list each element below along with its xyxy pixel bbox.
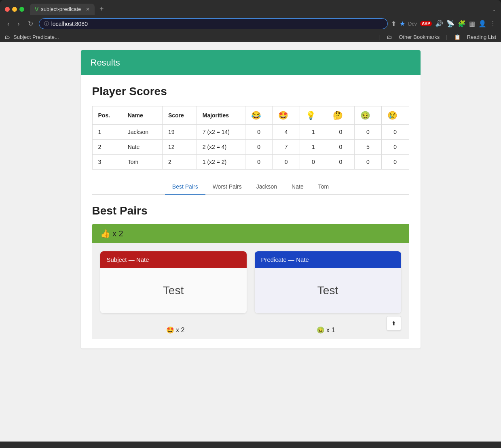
tab-bar: V subject-predicate ✕ + ⌄ xyxy=(0,0,501,15)
cell-9: 0 xyxy=(382,155,409,170)
best-pairs-section: Best Pairs 👍 x 2 Subject — Nate Test Pre… xyxy=(92,204,409,339)
reaction-right-count: x 1 xyxy=(326,327,335,333)
cell-1: Nate xyxy=(122,140,162,155)
close-button[interactable] xyxy=(5,7,10,12)
reaction-row: 🤩 x 2 🤢 x 1 xyxy=(92,321,409,339)
bookmark-star-icon[interactable]: ★ xyxy=(400,20,405,28)
profile-icon[interactable]: 👤 xyxy=(478,20,486,28)
cell-6: 0 xyxy=(300,155,327,170)
subject-card: Subject — Nate Test xyxy=(100,251,247,313)
dev-badge: Dev xyxy=(408,21,417,27)
tab-best-pairs[interactable]: Best Pairs xyxy=(165,179,205,195)
tab-title: subject-predicate xyxy=(41,6,81,12)
extensions-icon[interactable]: 🧩 xyxy=(458,20,466,28)
main-card: Results Player Scores Pos. Name Score Ma… xyxy=(81,50,421,348)
tab-tom[interactable]: Tom xyxy=(311,179,336,195)
bookmarks-separator2: | xyxy=(446,34,447,40)
other-bookmarks-link[interactable]: Other Bookmarks xyxy=(399,34,440,40)
extension2-icon[interactable]: 📡 xyxy=(446,20,454,28)
bookmarks-bar: 🗁 Subject Predicate... | 🗁 Other Bookmar… xyxy=(0,32,501,42)
maximize-button[interactable] xyxy=(19,7,24,12)
cell-9: 0 xyxy=(382,125,409,140)
extension1-icon[interactable]: 🔊 xyxy=(435,20,443,28)
cell-7: 0 xyxy=(327,125,354,140)
cell-3: 7 (x2 = 14) xyxy=(197,125,245,140)
predicate-card-header: Predicate — Nate xyxy=(255,251,401,268)
new-tab-button[interactable]: + xyxy=(96,3,107,15)
nav-icons: ⬆ ★ Dev ABP 🔊 📡 🧩 ▦ 👤 ⋮ xyxy=(391,20,496,28)
subject-card-body: Test xyxy=(100,268,247,313)
cell-0: 1 xyxy=(92,125,122,140)
back-button[interactable]: ‹ xyxy=(5,19,12,28)
share-icon: ⬆ xyxy=(391,320,396,327)
traffic-lights xyxy=(5,7,24,12)
thumbs-count: x 2 xyxy=(112,229,123,238)
forward-button[interactable]: › xyxy=(15,19,22,28)
cell-1: Tom xyxy=(122,155,162,170)
cell-2: 2 xyxy=(162,155,197,170)
cell-3: 1 (x2 = 2) xyxy=(197,155,245,170)
cell-0: 2 xyxy=(92,140,122,155)
col-name: Name xyxy=(122,106,162,125)
reload-button[interactable]: ↻ xyxy=(25,19,36,28)
cell-5: 4 xyxy=(273,125,300,140)
reaction-right: 🤢 x 1 xyxy=(317,326,335,334)
cell-8: 0 xyxy=(354,155,381,170)
bookmarks-separator: | xyxy=(379,34,381,40)
browser-window: V subject-predicate ✕ + ⌄ ‹ › ↻ ⓘ localh… xyxy=(0,0,501,448)
active-tab[interactable]: V subject-predicate ✕ xyxy=(30,4,95,15)
nav-bar: ‹ › ↻ ⓘ localhost:8080 ⬆ ★ Dev ABP 🔊 📡 🧩… xyxy=(0,15,501,32)
tab-chevron-icon[interactable]: ⌄ xyxy=(492,6,496,12)
pairs-cards-area: Subject — Nate Test Predicate — Nate Tes… xyxy=(92,243,409,321)
minimize-button[interactable] xyxy=(12,7,17,12)
cell-6: 1 xyxy=(300,140,327,155)
predicate-card: Predicate — Nate Test xyxy=(255,251,401,313)
col-emoji1: 😂 xyxy=(245,106,272,125)
address-bar[interactable]: ⓘ localhost:8080 xyxy=(39,18,388,29)
table-row: 1Jackson197 (x2 = 14)041000 xyxy=(92,125,409,140)
tabs-row: Best Pairs Worst Pairs Jackson Nate Tom xyxy=(92,179,409,195)
share-button[interactable]: ⬆ xyxy=(387,316,401,331)
cell-7: 0 xyxy=(327,155,354,170)
cell-0: 3 xyxy=(92,155,122,170)
menu-icon[interactable]: ⋮ xyxy=(490,20,496,28)
bookmarks-folder-icon: 🗁 xyxy=(5,34,10,40)
page-content: Results Player Scores Pos. Name Score Ma… xyxy=(0,42,501,442)
lock-icon: ⓘ xyxy=(44,20,49,27)
cell-9: 0 xyxy=(382,140,409,155)
cell-2: 19 xyxy=(162,125,197,140)
tab-nate[interactable]: Nate xyxy=(284,179,311,195)
cell-4: 0 xyxy=(245,155,272,170)
reaction-right-emoji: 🤢 xyxy=(317,327,325,333)
abp-badge[interactable]: ABP xyxy=(420,21,432,26)
cell-2: 12 xyxy=(162,140,197,155)
subject-card-header: Subject — Nate xyxy=(100,251,247,268)
col-majorities: Majorities xyxy=(197,106,245,125)
table-row: 3Tom21 (x2 = 2)000000 xyxy=(92,155,409,170)
cell-4: 0 xyxy=(245,125,272,140)
tab-jackson[interactable]: Jackson xyxy=(249,179,284,195)
other-bookmarks-icon: 🗁 xyxy=(387,34,392,40)
cell-5: 0 xyxy=(273,155,300,170)
cell-1: Jackson xyxy=(122,125,162,140)
tab-favicon-icon: V xyxy=(35,6,38,13)
reaction-left-emoji: 🤩 xyxy=(166,327,174,333)
reaction-left-count: x 2 xyxy=(176,327,184,333)
cell-8: 0 xyxy=(354,125,381,140)
predicate-card-body: Test xyxy=(255,268,401,313)
col-emoji3: 💡 xyxy=(300,106,327,125)
cell-8: 5 xyxy=(354,140,381,155)
tab-close-icon[interactable]: ✕ xyxy=(86,6,90,12)
tab-worst-pairs[interactable]: Worst Pairs xyxy=(205,179,249,195)
reading-list-link[interactable]: Reading List xyxy=(467,34,496,40)
col-emoji4: 🤔 xyxy=(327,106,354,125)
upload-icon[interactable]: ⬆ xyxy=(391,20,396,28)
bookmark-subject-predicate[interactable]: Subject Predicate... xyxy=(13,34,59,40)
col-emoji6: 😢 xyxy=(382,106,409,125)
reaction-left: 🤩 x 2 xyxy=(166,326,185,334)
results-title: Results xyxy=(91,57,120,68)
url-text: localhost:8080 xyxy=(51,21,88,27)
cell-5: 7 xyxy=(273,140,300,155)
cast-icon[interactable]: ▦ xyxy=(469,20,475,28)
col-emoji2: 🤩 xyxy=(273,106,300,125)
